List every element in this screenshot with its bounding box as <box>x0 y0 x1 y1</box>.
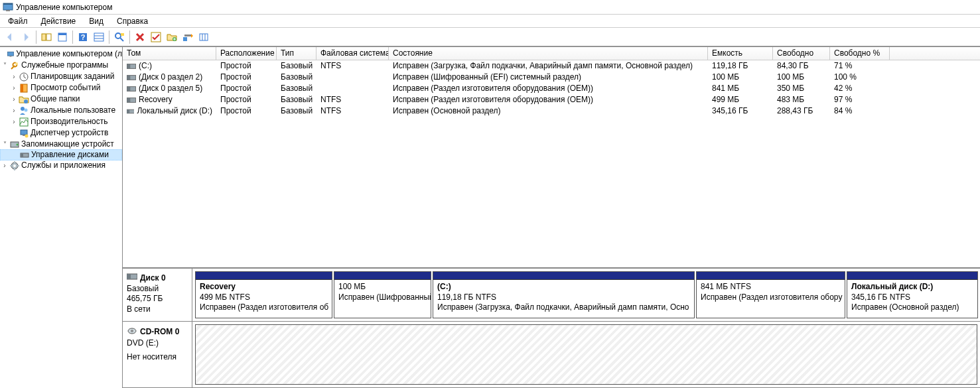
titlebar: Управление компьютером <box>0 0 980 15</box>
expand-icon[interactable]: › <box>9 82 19 94</box>
tree-diskmgmt[interactable]: Управление дисками <box>0 149 122 161</box>
menu-help[interactable]: Справка <box>111 15 153 27</box>
partition[interactable]: 841 МБ NTFSИсправен (Раздел изготовителя… <box>696 271 845 318</box>
svg-rect-19 <box>200 34 208 40</box>
disk-diagram: Диск 0 Базовый 465,75 ГБ В сети Recovery… <box>123 267 980 388</box>
check-button[interactable] <box>149 30 163 44</box>
svg-point-29 <box>21 107 25 111</box>
col-freepct[interactable]: Свободно % <box>830 47 890 60</box>
vol-freepct: 100 % <box>830 72 890 83</box>
col-layout[interactable]: Расположение <box>216 47 277 60</box>
vol-status: Исправен (Загрузка, Файл подкачки, Авари… <box>389 60 708 72</box>
tree-eventvwr[interactable]: › Просмотр событий <box>0 82 122 94</box>
expand-icon[interactable]: › <box>0 160 9 171</box>
delete-button[interactable] <box>133 30 147 44</box>
svg-rect-23 <box>10 56 12 56</box>
back-button[interactable] <box>3 30 17 44</box>
svg-rect-17 <box>184 34 191 36</box>
svg-rect-2 <box>6 10 10 11</box>
tree-scheduler[interactable]: › Планировщик заданий <box>0 71 122 82</box>
volume-row[interactable]: RecoveryПростойБазовыйNTFSИсправен (Разд… <box>123 94 980 105</box>
tree-storage[interactable]: ˅ Запоминающие устройст <box>0 139 122 150</box>
disk0-row[interactable]: Диск 0 Базовый 465,75 ГБ В сети Recovery… <box>123 269 980 322</box>
vol-capacity: 841 МБ <box>708 83 773 94</box>
col-spacer <box>890 47 980 60</box>
svg-rect-32 <box>21 130 27 135</box>
separator <box>129 31 130 44</box>
volumes-header[interactable]: Том Расположение Тип Файловая система Со… <box>123 47 980 60</box>
expand-icon[interactable]: › <box>9 105 19 116</box>
col-status[interactable]: Состояние <box>389 47 708 60</box>
partition[interactable]: Recovery499 МБ NTFSИсправен (Раздел изго… <box>195 271 332 318</box>
partition-name: Локальный диск (D:) <box>851 282 973 292</box>
separator <box>36 31 36 44</box>
view-list-button[interactable] <box>92 30 106 44</box>
partition[interactable]: Локальный диск (D:)345,16 ГБ NTFSИсправе… <box>847 271 978 318</box>
partition-size: 499 МБ NTFS <box>200 292 328 303</box>
partition-size: 345,16 ГБ NTFS <box>851 292 973 303</box>
svg-rect-14 <box>121 33 124 36</box>
right-pane: Том Расположение Тип Файловая система Со… <box>123 47 980 388</box>
svg-rect-4 <box>46 34 51 40</box>
hard-disk-icon <box>127 273 137 284</box>
col-type[interactable]: Тип <box>277 47 316 60</box>
properties-button[interactable] <box>55 30 70 44</box>
volume-row[interactable]: (Диск 0 раздел 2)ПростойБазовыйИсправен … <box>123 72 980 83</box>
vol-type: Базовый <box>277 105 316 117</box>
partition[interactable]: (C:)119,18 ГБ NTFSИсправен (Загрузка, Фа… <box>433 271 695 318</box>
collapse-icon[interactable]: ˅ <box>0 60 9 71</box>
expand-icon[interactable]: › <box>9 116 19 127</box>
columns-button[interactable] <box>196 30 211 44</box>
window-title: Управление компьютером <box>16 3 112 12</box>
vol-capacity: 499 МБ <box>708 94 773 105</box>
find-button[interactable] <box>112 30 127 44</box>
computer-icon <box>7 49 15 60</box>
vol-free: 84,30 ГБ <box>773 60 830 72</box>
disk0-label[interactable]: Диск 0 Базовый 465,75 ГБ В сети <box>123 269 192 321</box>
separator <box>109 31 109 44</box>
partition[interactable]: 100 МБИсправен (Шифрованный <box>334 271 431 318</box>
tree-systools[interactable]: ˅ Служебные программы <box>0 60 122 71</box>
tree-services[interactable]: › Службы и приложения <box>0 160 122 171</box>
svg-rect-33 <box>23 135 25 136</box>
vol-type: Базовый <box>277 72 316 83</box>
expand-icon[interactable]: › <box>9 94 19 105</box>
vol-free: 288,43 ГБ <box>773 105 830 117</box>
tree-sharedfolders[interactable]: › Общие папки <box>0 94 122 105</box>
col-capacity[interactable]: Емкость <box>708 47 773 60</box>
col-fs[interactable]: Файловая система <box>316 47 389 60</box>
volumes-list[interactable]: Том Расположение Тип Файловая система Со… <box>123 47 980 117</box>
vol-freepct: 97 % <box>830 94 890 105</box>
new-folder-button[interactable] <box>165 30 179 44</box>
wizard-button[interactable] <box>180 30 195 44</box>
svg-point-30 <box>25 108 28 111</box>
svg-rect-43 <box>10 165 12 166</box>
tree-localusers[interactable]: › Локальные пользовате <box>0 105 122 116</box>
tree-devmgr[interactable]: Диспетчер устройств <box>0 127 122 139</box>
volume-row[interactable]: (C:)ПростойБазовыйNTFSИсправен (Загрузка… <box>123 60 980 72</box>
svg-point-28 <box>24 99 28 103</box>
vol-fs: NTFS <box>316 94 389 105</box>
cdrom-label[interactable]: CD-ROM 0 DVD (E:) Нет носителя <box>123 322 192 387</box>
vol-fs: NTFS <box>316 105 389 117</box>
forward-button[interactable] <box>19 30 33 44</box>
tree-pane[interactable]: Управление компьютером (л ˅ Служебные пр… <box>0 47 123 388</box>
col-volume[interactable]: Том <box>123 47 216 60</box>
volume-row[interactable]: (Диск 0 раздел 5)ПростойБазовыйИсправен … <box>123 83 980 94</box>
help-button[interactable]: ? <box>76 30 90 44</box>
menu-view[interactable]: Вид <box>84 15 109 27</box>
show-hide-tree-button[interactable] <box>39 30 54 44</box>
menu-action[interactable]: Действие <box>36 15 82 27</box>
tree-perf[interactable]: › Производительность <box>0 116 122 127</box>
volume-row[interactable]: Локальный диск (D:)ПростойБазовыйNTFSИсп… <box>123 105 980 117</box>
vol-fs <box>316 83 389 94</box>
partition-status: Исправен (Основной раздел) <box>851 302 973 313</box>
menu-file[interactable]: Файл <box>3 15 33 27</box>
svg-text:?: ? <box>81 33 86 41</box>
cdrom-row[interactable]: CD-ROM 0 DVD (E:) Нет носителя <box>123 322 980 388</box>
col-free[interactable]: Свободно <box>773 47 830 60</box>
expand-icon[interactable]: › <box>9 71 19 82</box>
tree-root[interactable]: Управление компьютером (л <box>0 48 122 60</box>
collapse-icon[interactable]: ˅ <box>0 139 9 150</box>
vol-type: Базовый <box>277 94 316 105</box>
